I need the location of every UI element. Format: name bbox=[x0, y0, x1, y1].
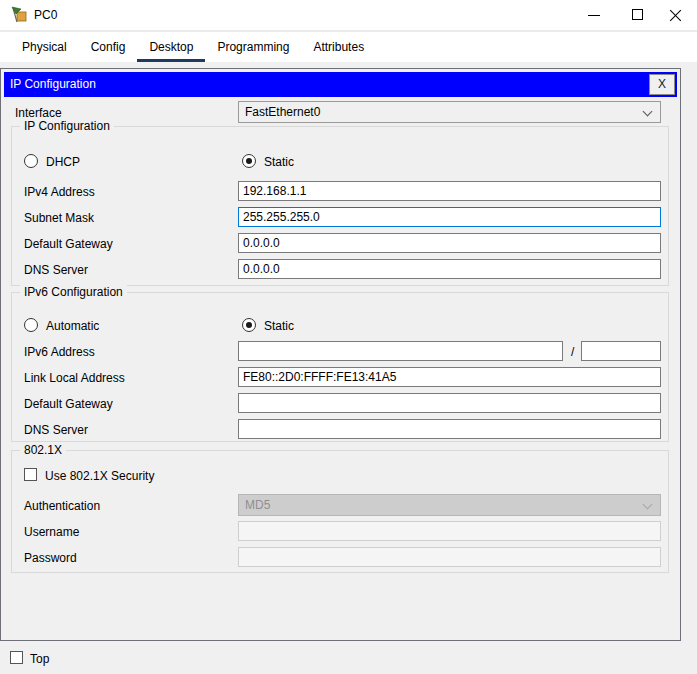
ipv4-group-legend: IP Configuration bbox=[20, 119, 114, 133]
ipv4-static-radio[interactable] bbox=[242, 154, 256, 168]
dialog-close-button[interactable]: X bbox=[649, 74, 675, 95]
interface-dropdown[interactable]: FastEthernet0 bbox=[238, 101, 661, 123]
ipv6-automatic-radio-label: Automatic bbox=[46, 319, 99, 333]
dot1x-groupbox: 802.1X Use 802.1X Security Authenticatio… bbox=[11, 450, 669, 573]
tab-programming-label: Programming bbox=[217, 40, 289, 54]
ipv6-default-gateway-label: Default Gateway bbox=[24, 397, 113, 411]
ipv6-automatic-radio[interactable] bbox=[24, 318, 38, 332]
dhcp-radio[interactable] bbox=[24, 154, 38, 168]
ipv6-groupbox: IPv6 Configuration Automatic Static IPv6… bbox=[11, 292, 669, 442]
link-local-address-input[interactable] bbox=[238, 367, 661, 387]
tab-config[interactable]: Config bbox=[79, 34, 138, 62]
ipv4-default-gateway-input[interactable] bbox=[238, 233, 661, 253]
top-checkbox[interactable] bbox=[10, 651, 23, 664]
tab-physical-label: Physical bbox=[22, 40, 67, 54]
dhcp-radio-label: DHCP bbox=[46, 155, 80, 169]
ipv6-address-input[interactable] bbox=[238, 341, 563, 361]
dot1x-group-legend: 802.1X bbox=[20, 443, 66, 457]
ipv6-static-radio[interactable] bbox=[242, 318, 256, 332]
ipv6-default-gateway-input[interactable] bbox=[238, 393, 661, 413]
tab-attributes[interactable]: Attributes bbox=[301, 34, 376, 62]
tab-programming[interactable]: Programming bbox=[205, 34, 301, 62]
dialog-title: IP Configuration bbox=[10, 77, 96, 91]
ipv6-static-radio-label: Static bbox=[264, 319, 294, 333]
ipv6-prefix-slash: / bbox=[571, 345, 574, 359]
ipv4-groupbox: IP Configuration DHCP Static IPv4 Addres… bbox=[11, 126, 669, 286]
interface-label: Interface bbox=[15, 106, 62, 120]
dialog-titlebar[interactable]: IP Configuration X bbox=[4, 72, 677, 97]
authentication-label: Authentication bbox=[24, 499, 100, 513]
ipv4-dns-server-input[interactable] bbox=[238, 259, 661, 279]
top-checkbox-label: Top bbox=[30, 652, 49, 666]
authentication-dropdown-value: MD5 bbox=[245, 498, 270, 512]
ipv4-address-input[interactable] bbox=[238, 181, 661, 201]
ipv4-dns-server-label: DNS Server bbox=[24, 263, 88, 277]
use-dot1x-security-label: Use 802.1X Security bbox=[45, 469, 154, 483]
subnet-mask-input[interactable] bbox=[238, 207, 661, 227]
desktop-tab-content: IP Configuration X Interface FastEtherne… bbox=[0, 62, 697, 674]
username-input bbox=[238, 521, 661, 541]
interface-dropdown-value: FastEthernet0 bbox=[245, 105, 320, 119]
ip-configuration-dialog: IP Configuration X Interface FastEtherne… bbox=[0, 68, 681, 641]
maximize-icon bbox=[632, 9, 643, 20]
tab-desktop-label: Desktop bbox=[149, 40, 193, 54]
ipv4-static-radio-label: Static bbox=[264, 155, 294, 169]
close-button[interactable] bbox=[659, 0, 693, 30]
window-title: PC0 bbox=[34, 8, 57, 22]
chevron-down-icon bbox=[643, 500, 653, 510]
link-local-address-label: Link Local Address bbox=[24, 371, 125, 385]
ipv6-group-legend: IPv6 Configuration bbox=[20, 285, 127, 299]
pc0-window: { "window": { "title": "PC0" }, "tabs": … bbox=[0, 0, 697, 674]
ipv4-default-gateway-label: Default Gateway bbox=[24, 237, 113, 251]
tab-desktop[interactable]: Desktop bbox=[137, 34, 205, 62]
subnet-mask-label: Subnet Mask bbox=[24, 211, 94, 225]
ipv6-prefix-input[interactable] bbox=[581, 341, 661, 361]
tab-physical[interactable]: Physical bbox=[10, 34, 79, 62]
username-label: Username bbox=[24, 525, 79, 539]
tab-config-label: Config bbox=[91, 40, 126, 54]
ipv6-address-label: IPv6 Address bbox=[24, 345, 95, 359]
maximize-button[interactable] bbox=[621, 0, 655, 30]
ipv6-dns-server-label: DNS Server bbox=[24, 423, 88, 437]
packet-tracer-icon bbox=[9, 5, 28, 24]
close-icon bbox=[670, 9, 682, 21]
minimize-icon bbox=[588, 15, 600, 16]
use-dot1x-security-checkbox[interactable] bbox=[24, 468, 37, 481]
chevron-down-icon bbox=[643, 107, 653, 117]
password-label: Password bbox=[24, 551, 77, 565]
authentication-dropdown: MD5 bbox=[238, 494, 661, 516]
minimize-button[interactable] bbox=[577, 0, 611, 30]
ipv6-dns-server-input[interactable] bbox=[238, 419, 661, 439]
tab-bar: Physical Config Desktop Programming Attr… bbox=[0, 30, 697, 62]
tab-attributes-label: Attributes bbox=[313, 40, 364, 54]
password-input bbox=[238, 547, 661, 567]
ipv4-address-label: IPv4 Address bbox=[24, 185, 95, 199]
window-titlebar: PC0 bbox=[0, 0, 697, 30]
